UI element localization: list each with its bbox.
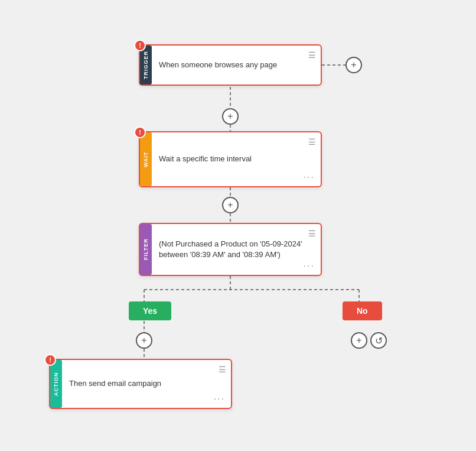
trigger-node: ! TRIGGER ☰ When someone browses any pag… xyxy=(139,44,322,86)
trigger-side-add-button[interactable]: + xyxy=(345,57,362,73)
wait-note-icon: ☰ xyxy=(308,137,316,147)
action-note-icon: ☰ xyxy=(219,365,226,374)
trigger-error-badge: ! xyxy=(134,40,146,51)
trigger-content: ☰ When someone browses any page xyxy=(152,46,321,85)
wait-more-options[interactable]: ··· xyxy=(304,172,315,183)
no-button[interactable]: No xyxy=(343,301,382,320)
filter-more-options[interactable]: ··· xyxy=(304,261,315,271)
wait-error-badge: ! xyxy=(134,126,146,138)
action-label: ACTION xyxy=(50,360,62,408)
action-node: ! ACTION ☰ Then send email campaign ··· xyxy=(49,359,232,409)
add-button-1[interactable]: + xyxy=(222,108,239,125)
wait-label: WAIT xyxy=(140,132,152,186)
filter-node: FILTER ☰ (Not Purchased a Product on '05… xyxy=(139,223,322,276)
wait-content: ☰ Wait a specific time interval ··· xyxy=(152,132,321,186)
filter-note-icon: ☰ xyxy=(308,229,316,238)
note-icon: ☰ xyxy=(308,50,316,60)
action-text: Then send email campaign xyxy=(69,378,224,389)
wait-text: Wait a specific time interval xyxy=(159,154,314,164)
action-more-options[interactable]: ··· xyxy=(214,394,225,404)
add-button-no[interactable]: + xyxy=(351,332,367,349)
filter-label: FILTER xyxy=(140,224,152,275)
refresh-button-no[interactable]: ↺ xyxy=(370,332,387,349)
yes-button[interactable]: Yes xyxy=(129,301,171,320)
action-content: ☰ Then send email campaign ··· xyxy=(62,360,231,408)
add-button-yes[interactable]: + xyxy=(136,332,152,349)
trigger-label: TRIGGER xyxy=(140,46,152,85)
wait-node: ! WAIT ☰ Wait a specific time interval ·… xyxy=(139,131,322,187)
add-button-2[interactable]: + xyxy=(222,197,239,213)
filter-text: (Not Purchased a Product on '05-09-2024'… xyxy=(159,239,314,260)
action-error-badge: ! xyxy=(44,354,56,366)
filter-content: ☰ (Not Purchased a Product on '05-09-202… xyxy=(152,224,321,275)
trigger-text: When someone browses any page xyxy=(159,60,314,70)
